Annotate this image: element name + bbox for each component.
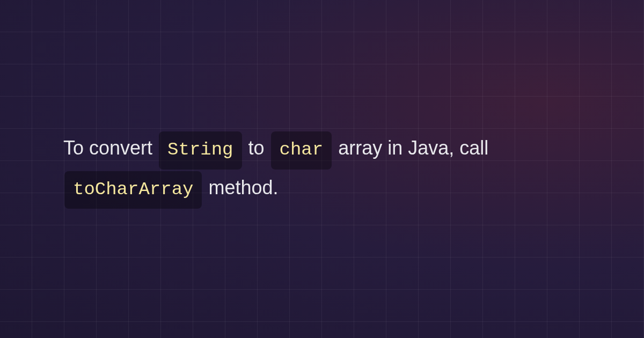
text-fragment: to: [243, 137, 270, 159]
text-fragment: To convert: [63, 137, 158, 159]
main-text: To convert String to char array in Java,…: [63, 130, 601, 209]
code-string: String: [159, 131, 241, 170]
code-tochararray: toCharArray: [64, 171, 202, 209]
text-fragment: method.: [203, 177, 278, 199]
text-fragment: array in Java, call: [333, 137, 488, 159]
code-char: char: [271, 131, 332, 170]
